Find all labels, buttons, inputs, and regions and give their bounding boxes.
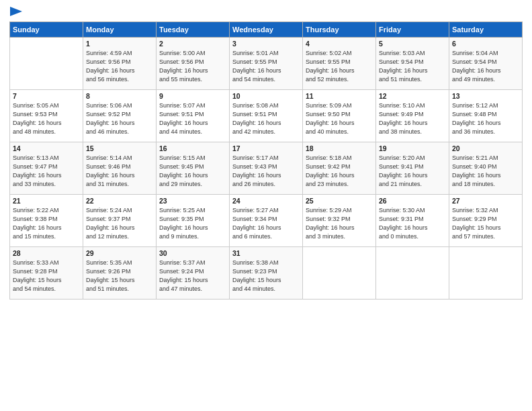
day-details: Sunrise: 5:01 AM Sunset: 9:55 PM Dayligh… [232, 49, 300, 84]
calendar-cell: 18Sunrise: 5:18 AM Sunset: 9:42 PM Dayli… [303, 142, 376, 195]
day-number: 3 [232, 40, 300, 48]
svg-marker-0 [10, 7, 22, 16]
day-details: Sunrise: 5:17 AM Sunset: 9:43 PM Dayligh… [232, 154, 300, 189]
calendar-cell: 25Sunrise: 5:29 AM Sunset: 9:32 PM Dayli… [303, 195, 376, 247]
day-details: Sunrise: 5:27 AM Sunset: 9:34 PM Dayligh… [232, 206, 300, 241]
day-number: 9 [159, 92, 226, 100]
column-header-thursday: Thursday [303, 22, 376, 38]
day-number: 14 [13, 144, 80, 152]
day-number: 27 [452, 197, 519, 205]
day-number: 15 [86, 144, 153, 152]
day-details: Sunrise: 5:02 AM Sunset: 9:55 PM Dayligh… [306, 49, 373, 84]
day-details: Sunrise: 5:37 AM Sunset: 9:24 PM Dayligh… [159, 259, 226, 293]
column-header-monday: Monday [83, 22, 157, 38]
day-number: 13 [452, 92, 519, 100]
day-number: 28 [13, 249, 80, 257]
day-details: Sunrise: 5:07 AM Sunset: 9:51 PM Dayligh… [159, 101, 226, 136]
calendar-cell: 27Sunrise: 5:32 AM Sunset: 9:29 PM Dayli… [449, 195, 523, 247]
calendar-cell: 4Sunrise: 5:02 AM Sunset: 9:55 PM Daylig… [303, 38, 376, 90]
day-number: 6 [452, 40, 519, 48]
calendar-cell: 30Sunrise: 5:37 AM Sunset: 9:24 PM Dayli… [157, 247, 230, 300]
day-number: 31 [232, 249, 300, 257]
column-header-sunday: Sunday [10, 22, 83, 38]
day-details: Sunrise: 5:06 AM Sunset: 9:52 PM Dayligh… [86, 101, 153, 136]
day-details: Sunrise: 5:33 AM Sunset: 9:28 PM Dayligh… [13, 259, 80, 293]
calendar-cell [10, 38, 83, 90]
day-details: Sunrise: 4:59 AM Sunset: 9:56 PM Dayligh… [86, 49, 153, 84]
calendar-cell: 14Sunrise: 5:13 AM Sunset: 9:47 PM Dayli… [10, 142, 83, 195]
day-details: Sunrise: 5:29 AM Sunset: 9:32 PM Dayligh… [306, 206, 373, 241]
column-header-tuesday: Tuesday [157, 22, 230, 38]
day-number: 25 [306, 197, 373, 205]
calendar-cell: 31Sunrise: 5:38 AM Sunset: 9:23 PM Dayli… [230, 247, 303, 300]
day-number: 18 [306, 144, 373, 152]
day-number: 22 [86, 197, 153, 205]
calendar-cell: 26Sunrise: 5:30 AM Sunset: 9:31 PM Dayli… [376, 195, 449, 247]
day-number: 29 [86, 249, 153, 257]
calendar-cell: 13Sunrise: 5:12 AM Sunset: 9:48 PM Dayli… [449, 90, 523, 142]
day-number: 17 [232, 144, 300, 152]
day-details: Sunrise: 5:18 AM Sunset: 9:42 PM Dayligh… [306, 154, 373, 189]
calendar-cell: 20Sunrise: 5:21 AM Sunset: 9:40 PM Dayli… [449, 142, 523, 195]
day-details: Sunrise: 5:08 AM Sunset: 9:51 PM Dayligh… [232, 101, 300, 136]
day-details: Sunrise: 5:21 AM Sunset: 9:40 PM Dayligh… [452, 154, 519, 189]
day-number: 5 [379, 40, 446, 48]
week-row-1: 1Sunrise: 4:59 AM Sunset: 9:56 PM Daylig… [10, 38, 523, 90]
day-details: Sunrise: 5:32 AM Sunset: 9:29 PM Dayligh… [452, 206, 519, 241]
day-number: 23 [159, 197, 226, 205]
day-details: Sunrise: 5:22 AM Sunset: 9:38 PM Dayligh… [13, 206, 80, 241]
header [9, 7, 523, 17]
day-number: 30 [159, 249, 226, 257]
day-number: 2 [159, 40, 226, 48]
week-row-3: 14Sunrise: 5:13 AM Sunset: 9:47 PM Dayli… [10, 142, 523, 195]
calendar-cell: 5Sunrise: 5:03 AM Sunset: 9:54 PM Daylig… [376, 38, 449, 90]
calendar-table: SundayMondayTuesdayWednesdayThursdayFrid… [9, 21, 523, 300]
day-details: Sunrise: 5:24 AM Sunset: 9:37 PM Dayligh… [86, 206, 153, 241]
calendar-cell [449, 247, 523, 300]
calendar-cell: 10Sunrise: 5:08 AM Sunset: 9:51 PM Dayli… [230, 90, 303, 142]
day-number: 4 [306, 40, 373, 48]
day-details: Sunrise: 5:09 AM Sunset: 9:50 PM Dayligh… [306, 101, 373, 136]
calendar-cell: 7Sunrise: 5:05 AM Sunset: 9:53 PM Daylig… [10, 90, 83, 142]
calendar-cell: 12Sunrise: 5:10 AM Sunset: 9:49 PM Dayli… [376, 90, 449, 142]
calendar-cell: 22Sunrise: 5:24 AM Sunset: 9:37 PM Dayli… [83, 195, 157, 247]
calendar-cell: 11Sunrise: 5:09 AM Sunset: 9:50 PM Dayli… [303, 90, 376, 142]
day-details: Sunrise: 5:35 AM Sunset: 9:26 PM Dayligh… [86, 259, 153, 293]
calendar-cell: 29Sunrise: 5:35 AM Sunset: 9:26 PM Dayli… [83, 247, 157, 300]
day-details: Sunrise: 5:05 AM Sunset: 9:53 PM Dayligh… [13, 101, 80, 136]
day-details: Sunrise: 5:25 AM Sunset: 9:35 PM Dayligh… [159, 206, 226, 241]
day-number: 11 [306, 92, 373, 100]
day-details: Sunrise: 5:30 AM Sunset: 9:31 PM Dayligh… [379, 206, 446, 241]
week-row-2: 7Sunrise: 5:05 AM Sunset: 9:53 PM Daylig… [10, 90, 523, 142]
day-number: 20 [452, 144, 519, 152]
day-details: Sunrise: 5:15 AM Sunset: 9:45 PM Dayligh… [159, 154, 226, 189]
calendar-cell: 17Sunrise: 5:17 AM Sunset: 9:43 PM Dayli… [230, 142, 303, 195]
day-details: Sunrise: 5:14 AM Sunset: 9:46 PM Dayligh… [86, 154, 153, 189]
calendar-cell: 2Sunrise: 5:00 AM Sunset: 9:56 PM Daylig… [157, 38, 230, 90]
day-number: 21 [13, 197, 80, 205]
day-number: 1 [86, 40, 153, 48]
day-number: 19 [379, 144, 446, 152]
calendar-header-row: SundayMondayTuesdayWednesdayThursdayFrid… [10, 22, 523, 38]
day-number: 8 [86, 92, 153, 100]
week-row-5: 28Sunrise: 5:33 AM Sunset: 9:28 PM Dayli… [10, 247, 523, 300]
column-header-saturday: Saturday [449, 22, 523, 38]
calendar-cell: 16Sunrise: 5:15 AM Sunset: 9:45 PM Dayli… [157, 142, 230, 195]
column-header-wednesday: Wednesday [230, 22, 303, 38]
calendar-cell [303, 247, 376, 300]
calendar-cell: 21Sunrise: 5:22 AM Sunset: 9:38 PM Dayli… [10, 195, 83, 247]
logo-arrow-icon [10, 7, 22, 16]
calendar-cell: 9Sunrise: 5:07 AM Sunset: 9:51 PM Daylig… [157, 90, 230, 142]
day-details: Sunrise: 5:20 AM Sunset: 9:41 PM Dayligh… [379, 154, 446, 189]
week-row-4: 21Sunrise: 5:22 AM Sunset: 9:38 PM Dayli… [10, 195, 523, 247]
day-details: Sunrise: 5:12 AM Sunset: 9:48 PM Dayligh… [452, 101, 519, 136]
calendar-cell: 28Sunrise: 5:33 AM Sunset: 9:28 PM Dayli… [10, 247, 83, 300]
calendar-cell: 15Sunrise: 5:14 AM Sunset: 9:46 PM Dayli… [83, 142, 157, 195]
calendar-cell: 8Sunrise: 5:06 AM Sunset: 9:52 PM Daylig… [83, 90, 157, 142]
calendar-cell: 24Sunrise: 5:27 AM Sunset: 9:34 PM Dayli… [230, 195, 303, 247]
day-number: 24 [232, 197, 300, 205]
column-header-friday: Friday [376, 22, 449, 38]
calendar-cell: 19Sunrise: 5:20 AM Sunset: 9:41 PM Dayli… [376, 142, 449, 195]
day-details: Sunrise: 5:10 AM Sunset: 9:49 PM Dayligh… [379, 101, 446, 136]
calendar-cell: 3Sunrise: 5:01 AM Sunset: 9:55 PM Daylig… [230, 38, 303, 90]
